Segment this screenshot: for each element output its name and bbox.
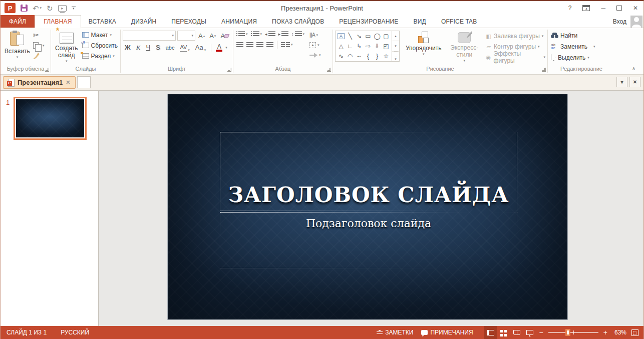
text-shadow-button[interactable]: S (154, 43, 162, 52)
quick-styles-button[interactable]: Экспресс-стили ▾ (447, 30, 481, 65)
help-button[interactable]: ? (563, 1, 577, 15)
zoom-slider-thumb[interactable] (565, 329, 570, 336)
clear-formatting-button[interactable]: A (219, 32, 230, 40)
bold-button[interactable]: Ж (123, 43, 133, 52)
shape-line[interactable]: ╲ (346, 31, 355, 41)
powerpoint-logo-icon[interactable]: P (5, 3, 16, 13)
notes-button[interactable]: ЗАМЕТКИ (373, 326, 417, 339)
minimize-button[interactable]: ─ (595, 1, 611, 15)
justify-button[interactable] (265, 42, 274, 48)
copy-button[interactable]: ▾ (32, 40, 46, 51)
text-direction-button[interactable]: |||A▾ (308, 31, 322, 39)
language-indicator[interactable]: РУССКИЙ (57, 326, 93, 339)
align-left-button[interactable] (235, 42, 244, 48)
shape-oval[interactable]: ◯ (373, 31, 382, 41)
slideshow-view-button[interactable] (523, 326, 536, 339)
new-slide-button[interactable]: * Создать слайд ▾ (53, 30, 80, 65)
tab-list-dropdown-button[interactable]: ▾ (616, 77, 627, 87)
align-center-button[interactable] (245, 42, 254, 48)
sign-in-label[interactable]: Вход (613, 18, 626, 25)
shape-effects-button[interactable]: ◉Эффекты фигуры▾ (485, 52, 545, 62)
tab-review[interactable]: РЕЦЕНЗИРОВАНИЕ (332, 15, 406, 28)
replace-button[interactable]: abacЗаменить▾ (550, 41, 613, 52)
save-icon[interactable] (21, 5, 28, 12)
zoom-out-button[interactable]: − (536, 328, 546, 336)
zoom-slider[interactable] (548, 329, 598, 336)
tab-design[interactable]: ДИЗАЙН (124, 15, 164, 28)
find-button[interactable]: Найти (550, 30, 613, 41)
undo-icon[interactable]: ↶ (33, 5, 39, 12)
shapes-scroll-down-icon[interactable]: ▾ (392, 41, 399, 51)
start-slideshow-icon[interactable]: ▸ (58, 5, 67, 12)
tab-insert[interactable]: ВСТАВКА (81, 15, 124, 28)
increase-indent-button[interactable]: ▸ (277, 31, 290, 37)
align-text-button[interactable]: ▴▾ (308, 41, 322, 49)
tab-view[interactable]: ВИД (406, 15, 434, 28)
bullets-button[interactable]: ▾ (235, 31, 249, 37)
layout-button[interactable]: Макет▾ (81, 30, 119, 40)
section-button[interactable]: Раздел▾ (81, 51, 119, 61)
grow-font-button[interactable]: A▴ (197, 32, 206, 40)
convert-to-smartart-button[interactable]: ▾ (308, 51, 322, 59)
decrease-indent-button[interactable]: ◂ (264, 31, 276, 37)
redo-icon[interactable]: ↻ (47, 5, 53, 12)
line-spacing-button[interactable]: ↕▾ (290, 31, 305, 37)
shape-down-arrow[interactable]: ⇩ (373, 41, 382, 51)
shape-right-brace[interactable]: } (373, 51, 382, 61)
document-tab-close-icon[interactable]: ✕ (66, 79, 70, 86)
font-name-combo[interactable]: ▾ (123, 31, 176, 41)
numbering-button[interactable]: ▾ (250, 31, 263, 37)
slide-sorter-view-button[interactable] (497, 326, 510, 339)
reset-button[interactable]: ↺Сбросить (81, 40, 119, 51)
font-dialog-launcher-icon[interactable] (227, 68, 231, 72)
slide-thumbnail-panel[interactable]: 1 (1, 91, 99, 326)
font-size-combo[interactable]: ▾ (177, 31, 195, 41)
tab-file[interactable]: ФАЙЛ (1, 15, 35, 28)
font-name-input[interactable] (125, 33, 172, 39)
new-document-tab-button[interactable] (77, 76, 91, 88)
zoom-in-button[interactable]: + (600, 328, 610, 336)
slide-thumbnail[interactable] (14, 97, 87, 140)
strikethrough-button[interactable]: abc (164, 43, 177, 52)
format-painter-button[interactable] (32, 51, 46, 61)
character-spacing-button[interactable]: AV▾ (178, 43, 191, 52)
shape-star[interactable]: ☆ (382, 51, 391, 61)
shape-left-brace[interactable]: { (364, 51, 373, 61)
clipboard-dialog-launcher-icon[interactable] (45, 68, 49, 72)
tab-office-tab[interactable]: OFFICE TAB (434, 15, 485, 28)
align-right-button[interactable] (255, 42, 264, 48)
arrange-button[interactable]: Упорядочить ▾ (404, 30, 443, 65)
paste-button[interactable]: Вставить ▾ (3, 30, 32, 65)
paragraph-dialog-launcher-icon[interactable] (327, 68, 331, 72)
shape-fill-button[interactable]: ◧Заливка фигуры▾ (485, 31, 545, 41)
font-color-button[interactable]: A (214, 43, 224, 52)
reading-view-button[interactable] (510, 326, 523, 339)
normal-view-button[interactable] (484, 326, 497, 339)
change-case-button[interactable]: Aa▾ (193, 43, 208, 52)
shape-right-arrow[interactable]: ⇨ (364, 41, 373, 51)
shape-scribble[interactable]: ∿ (337, 51, 346, 61)
maximize-button[interactable] (611, 1, 627, 15)
columns-button[interactable]: ▾ (280, 42, 294, 48)
shape-rounded-rectangle[interactable]: ▢ (382, 31, 391, 41)
comments-button[interactable]: ПРИМЕЧАНИЯ (417, 326, 477, 339)
shape-rectangle[interactable]: ▭ (364, 31, 373, 41)
underline-button[interactable]: Ч (144, 43, 152, 52)
slide-counter[interactable]: СЛАЙД 1 ИЗ 1 (3, 326, 51, 339)
fit-slide-to-window-icon[interactable] (631, 329, 638, 336)
tab-slideshow[interactable]: ПОКАЗ СЛАЙДОВ (264, 15, 332, 28)
avatar[interactable] (630, 16, 642, 28)
shape-corner-rectangle[interactable]: ◰ (382, 41, 391, 51)
select-button[interactable]: Выделить▾ (550, 52, 613, 63)
slide-editor[interactable]: ЗАГОЛОВОК СЛАЙДА Подзаголовок слайда (167, 94, 568, 320)
subtitle-placeholder[interactable]: Подзаголовок слайда (220, 212, 517, 268)
slide-canvas[interactable]: ЗАГОЛОВОК СЛАЙДА Подзаголовок слайда (99, 91, 643, 326)
document-tab[interactable]: Презентация1 ✕ (3, 76, 76, 89)
zoom-level[interactable]: 63% (610, 329, 630, 336)
tab-animations[interactable]: АНИМАЦИЯ (214, 15, 264, 28)
shape-triangle[interactable]: △ (337, 41, 346, 51)
close-button[interactable]: ✕ (627, 1, 643, 15)
title-placeholder[interactable]: ЗАГОЛОВОК СЛАЙДА (220, 132, 517, 211)
shape-elbow-arrow-connector[interactable]: ↳ (355, 41, 364, 51)
shapes-scroll-up-icon[interactable]: ▴ (392, 31, 399, 41)
